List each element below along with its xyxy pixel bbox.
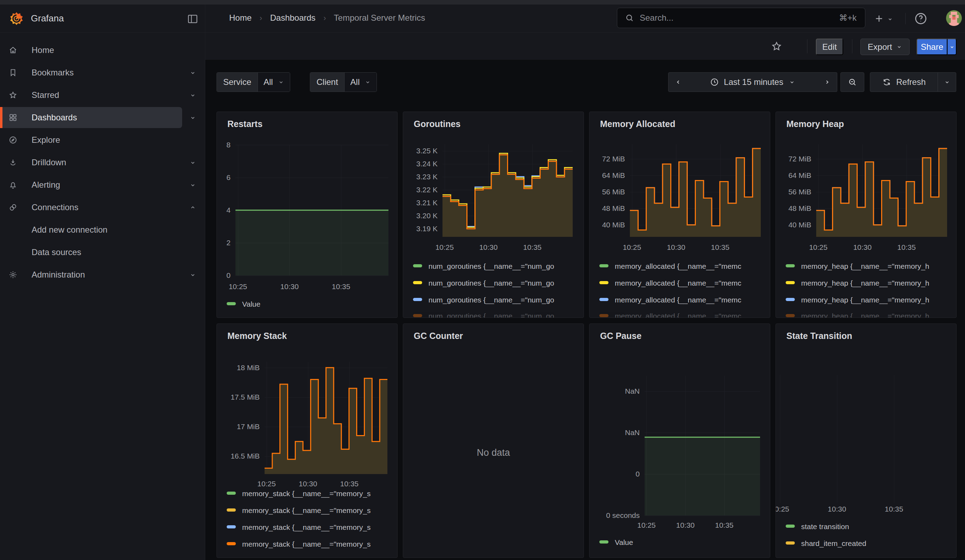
legend-item[interactable]: num_goroutines {__name__="num_go — [413, 262, 554, 271]
sidebar-item-bookmarks[interactable]: Bookmarks — [0, 62, 205, 83]
toolbar-divider — [852, 39, 852, 53]
export-button[interactable]: Export — [860, 39, 909, 55]
bell-icon — [8, 180, 18, 189]
svg-text:0 seconds: 0 seconds — [606, 511, 640, 519]
sidebar-item-starred[interactable]: Starred — [0, 85, 205, 106]
svg-text:10:35: 10:35 — [332, 282, 350, 291]
chart[interactable]: NaNNaN00 seconds10:2510:3010:35 — [589, 324, 770, 558]
legend-swatch — [599, 314, 608, 317]
panel-title[interactable]: GC Counter — [414, 331, 463, 341]
sidebar-item-alerting[interactable]: Alerting — [0, 175, 205, 196]
variable-service-value[interactable]: All — [258, 73, 290, 91]
grafana-logo[interactable] — [10, 12, 23, 25]
star-button[interactable] — [770, 40, 782, 52]
share-dropdown-button[interactable] — [947, 39, 957, 55]
legend-item[interactable]: memory_heap {__name__="memory_h — [786, 279, 929, 287]
sidebar-header: Grafana — [0, 5, 205, 33]
legend-swatch — [413, 314, 422, 317]
chevron-down-icon[interactable] — [190, 182, 196, 188]
legend-swatch — [413, 281, 422, 284]
legend-item[interactable]: memory_allocated {__name__="memc — [599, 262, 741, 271]
legend-swatch — [786, 264, 795, 267]
svg-text:56 MiB: 56 MiB — [788, 188, 811, 196]
variable-client-value[interactable]: All — [344, 73, 376, 91]
legend-item[interactable]: memory_heap {__name__="memory_h — [786, 296, 929, 304]
add-button[interactable] — [874, 13, 884, 24]
legend-item[interactable]: num_goroutines {__name__="num_go — [413, 279, 554, 287]
legend-swatch — [599, 298, 608, 301]
legend-swatch — [227, 508, 236, 511]
legend-item[interactable]: num_goroutines {__name__="num_go — [413, 296, 554, 304]
sidebar-item-drilldown[interactable]: Drilldown — [0, 152, 205, 173]
svg-text:10:35: 10:35 — [711, 243, 729, 251]
toolbar-divider — [807, 39, 808, 53]
legend-item[interactable]: shard_item_created — [786, 539, 867, 548]
breadcrumb-home[interactable]: Home — [229, 13, 252, 23]
variable-client-label: Client — [310, 73, 344, 91]
legend-swatch — [786, 524, 795, 528]
svg-text:10:35: 10:35 — [523, 243, 542, 251]
breadcrumb-dashboards[interactable]: Dashboards — [270, 13, 316, 23]
sidebar-item-add-new-connection[interactable]: Add new connection — [0, 219, 205, 240]
svg-text:10:25: 10:25 — [637, 521, 656, 529]
legend-label: num_goroutines {__name__="num_go — [429, 296, 554, 304]
legend-label: shard_item_created — [801, 539, 867, 547]
search-placeholder: Search... — [640, 13, 674, 23]
sidebar-item-label: Home — [31, 45, 54, 55]
chevron-down-icon[interactable] — [190, 159, 196, 166]
time-range-picker[interactable]: Last 15 minutes — [688, 72, 818, 92]
sidebar-collapse-icon[interactable] — [187, 13, 199, 25]
sidebar-item-administration[interactable]: Administration — [0, 264, 205, 285]
share-button[interactable]: Share — [917, 39, 947, 55]
page-header: Home › Dashboards › Temporal Server Metr… — [205, 5, 965, 33]
edit-button[interactable]: Edit — [816, 39, 843, 55]
sidebar-item-data-sources[interactable]: Data sources — [0, 242, 205, 263]
search-input[interactable]: Search... ⌘+k — [617, 8, 865, 28]
legend-swatch — [227, 525, 236, 528]
legend-label: memory_allocated {__name__="memc — [615, 312, 741, 318]
chevron-down-icon[interactable] — [190, 114, 196, 121]
sidebar-item-explore[interactable]: Explore — [0, 129, 205, 150]
add-chevron-icon[interactable] — [887, 16, 893, 22]
legend-item[interactable]: state transition — [786, 522, 849, 531]
time-forward-button[interactable] — [817, 72, 837, 92]
svg-text:10:30: 10:30 — [828, 505, 846, 513]
legend-item[interactable]: memory_allocated {__name__="memc — [599, 279, 741, 287]
legend-item[interactable]: memory_stack {__name__="memory_s — [227, 490, 371, 498]
zoom-out-button[interactable] — [841, 72, 864, 92]
sidebar-item-connections[interactable]: Connections — [0, 197, 205, 218]
svg-text:17.5 MiB: 17.5 MiB — [231, 393, 260, 401]
help-icon[interactable] — [914, 11, 928, 26]
svg-text:10:25: 10:25 — [776, 505, 789, 513]
home-icon — [8, 46, 18, 55]
chevron-up-icon[interactable] — [190, 204, 196, 211]
chart[interactable]: 18 MiB17.5 MiB17 MiB16.5 MiB10:2510:3010… — [217, 324, 397, 558]
legend-item[interactable]: Value — [599, 538, 633, 547]
legend-item[interactable]: memory_heap {__name__="memory_h — [786, 312, 929, 318]
svg-text:3.20 K: 3.20 K — [416, 212, 438, 220]
legend-swatch — [599, 264, 608, 267]
sidebar-item-dashboards[interactable]: Dashboards — [0, 107, 205, 128]
refresh-interval-button[interactable] — [938, 72, 956, 92]
time-back-button[interactable] — [668, 72, 688, 92]
link-icon — [8, 203, 18, 212]
chevron-down-icon[interactable] — [190, 70, 196, 76]
chart[interactable]: 8642010:2510:3010:35 — [217, 112, 397, 318]
sidebar-item-label: Drilldown — [31, 158, 66, 167]
sidebar-item-home[interactable]: Home — [0, 40, 205, 61]
refresh-button[interactable]: Refresh — [870, 72, 938, 92]
legend-item[interactable]: memory_stack {__name__="memory_s — [227, 506, 371, 515]
legend-item[interactable]: memory_heap {__name__="memory_h — [786, 262, 929, 271]
chevron-down-icon[interactable] — [190, 92, 196, 99]
legend-item[interactable]: memory_allocated {__name__="memc — [599, 296, 741, 304]
brand-title: Grafana — [31, 13, 64, 24]
legend-item[interactable]: memory_allocated {__name__="memc — [599, 312, 741, 318]
legend-item[interactable]: num_goroutines {__name__="num_go — [413, 312, 554, 318]
svg-text:8: 8 — [226, 141, 231, 149]
sidebar-nav: HomeBookmarksStarredDashboardsExploreDri… — [0, 33, 205, 560]
legend-item[interactable]: memory_stack {__name__="memory_s — [227, 540, 371, 549]
legend-item[interactable]: memory_stack {__name__="memory_s — [227, 523, 371, 532]
legend-item[interactable]: Value — [227, 300, 260, 309]
avatar[interactable] — [946, 10, 962, 26]
chevron-down-icon[interactable] — [190, 272, 196, 278]
